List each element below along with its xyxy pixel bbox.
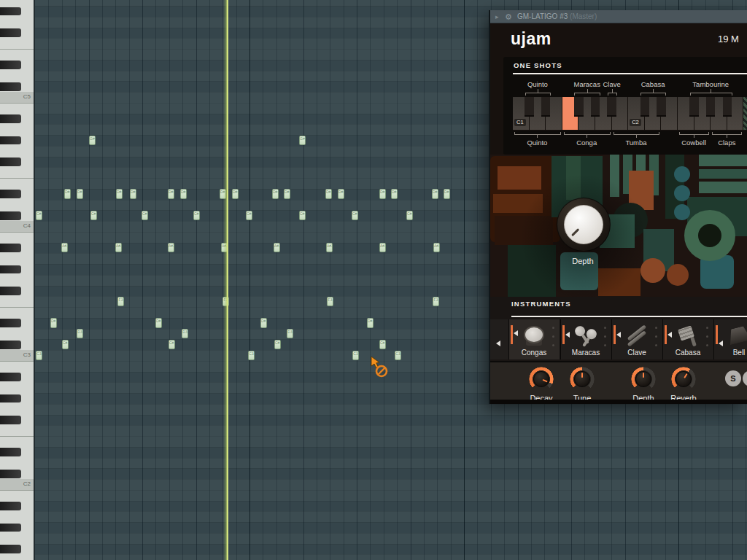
midi-note[interactable]: A#3 bbox=[168, 243, 174, 252]
knob-reverb[interactable] bbox=[671, 367, 696, 392]
instrument-tile-partial[interactable] bbox=[490, 319, 508, 359]
piano-key-black[interactable] bbox=[0, 319, 21, 327]
instrument-tile-cabasa[interactable]: Cabasa bbox=[662, 319, 713, 359]
oneshot-key-black[interactable] bbox=[591, 97, 600, 117]
piano-key-black[interactable] bbox=[0, 373, 21, 381]
midi-note[interactable]: F3 bbox=[327, 297, 333, 306]
midi-note[interactable]: A#3 bbox=[115, 243, 122, 252]
midi-note[interactable]: D#4 bbox=[444, 189, 450, 198]
midi-note[interactable]: C#4 bbox=[90, 211, 97, 220]
midi-note[interactable]: D3 bbox=[287, 329, 293, 338]
piano-key-black[interactable] bbox=[0, 61, 21, 69]
midi-note[interactable]: D#4 bbox=[338, 189, 344, 198]
midi-note[interactable]: C#3 bbox=[169, 340, 175, 349]
piano-key-black[interactable] bbox=[0, 82, 21, 91]
midi-note[interactable]: C3 bbox=[36, 351, 42, 360]
piano-key-black[interactable] bbox=[0, 244, 21, 252]
midi-note[interactable]: D3 bbox=[182, 329, 188, 338]
midi-note[interactable]: F3 bbox=[117, 297, 124, 306]
piano-key-black[interactable] bbox=[0, 7, 21, 16]
piano-key-black[interactable] bbox=[0, 265, 21, 274]
instrument-level-slider[interactable] bbox=[614, 325, 616, 344]
piano-key-black[interactable] bbox=[0, 470, 21, 478]
piano-key-c[interactable]: C4 bbox=[0, 221, 34, 232]
instrument-tile-congas[interactable]: Congas bbox=[508, 319, 560, 359]
piano-key-black[interactable] bbox=[0, 448, 21, 456]
midi-note[interactable]: D#3 bbox=[155, 318, 162, 327]
midi-note[interactable]: D#4 bbox=[379, 189, 386, 198]
instrument-tile-maracas[interactable]: Maracas bbox=[560, 319, 611, 359]
piano-key-black[interactable] bbox=[0, 211, 21, 220]
midi-note[interactable]: C#3 bbox=[379, 340, 386, 349]
piano-key-black[interactable] bbox=[0, 114, 21, 123]
midi-note[interactable]: D#4 bbox=[284, 189, 290, 198]
depth-knob[interactable] bbox=[564, 205, 603, 244]
midi-note[interactable]: D#3 bbox=[367, 318, 374, 327]
oneshot-key-black[interactable] bbox=[706, 97, 716, 117]
solo-button[interactable]: S bbox=[725, 370, 741, 386]
midi-note[interactable]: D#4 bbox=[391, 189, 398, 198]
midi-note[interactable]: C3 bbox=[395, 351, 401, 360]
oneshot-key-black[interactable] bbox=[723, 97, 732, 117]
instrument-level-slider[interactable] bbox=[716, 325, 718, 344]
mute-button[interactable]: M bbox=[743, 370, 747, 386]
instrument-level-slider[interactable] bbox=[511, 325, 513, 344]
midi-note[interactable]: G#4 bbox=[89, 136, 96, 145]
midi-note[interactable]: G#4 bbox=[299, 136, 306, 145]
piano-key-black[interactable] bbox=[0, 341, 21, 349]
midi-note[interactable]: D#4 bbox=[180, 189, 187, 198]
midi-note[interactable]: C#4 bbox=[193, 211, 200, 220]
piano-key-black[interactable] bbox=[0, 190, 21, 198]
oneshot-key-black[interactable] bbox=[574, 97, 584, 117]
midi-note[interactable]: F3 bbox=[433, 297, 439, 306]
oneshot-key-black[interactable] bbox=[689, 97, 699, 117]
knob-decay[interactable] bbox=[529, 367, 554, 392]
midi-note[interactable]: C#4 bbox=[406, 211, 413, 220]
piano-key-c[interactable]: C2 bbox=[0, 479, 34, 490]
piano-key-black[interactable] bbox=[0, 416, 21, 424]
piano-key-black[interactable] bbox=[0, 394, 21, 403]
plugin-titlebar[interactable]: ▸ ⚙ GM-LATIGO #3 (Master) bbox=[490, 10, 747, 23]
midi-note[interactable]: A#3 bbox=[326, 243, 333, 252]
gear-icon[interactable]: ⚙ bbox=[505, 10, 512, 23]
midi-note[interactable]: C#4 bbox=[352, 211, 358, 220]
midi-note[interactable]: C#4 bbox=[299, 211, 306, 220]
piano-key-black[interactable] bbox=[0, 28, 21, 37]
instrument-level-slider[interactable] bbox=[665, 325, 667, 344]
oneshot-key-black[interactable] bbox=[640, 97, 650, 117]
collapse-arrow-icon[interactable]: ▸ bbox=[495, 10, 499, 23]
instrument-tile-bell[interactable]: Bell bbox=[713, 319, 747, 359]
piano-key-black[interactable] bbox=[0, 136, 21, 145]
midi-note[interactable]: C#3 bbox=[62, 340, 69, 349]
midi-note[interactable]: D#4 bbox=[116, 189, 123, 198]
midi-note[interactable]: D#4 bbox=[272, 189, 279, 198]
piano-key-black[interactable] bbox=[0, 502, 21, 510]
piano-key-black[interactable] bbox=[0, 158, 21, 166]
midi-note[interactable]: A#3 bbox=[61, 243, 68, 252]
midi-note[interactable]: A#3 bbox=[274, 243, 280, 252]
playhead[interactable] bbox=[223, 0, 228, 560]
midi-note[interactable]: C#4 bbox=[36, 211, 42, 220]
instrument-level-slider[interactable] bbox=[562, 325, 565, 344]
midi-note[interactable]: C3 bbox=[248, 351, 255, 360]
midi-note[interactable]: D#3 bbox=[50, 318, 57, 327]
instrument-tile-clave[interactable]: Clave bbox=[611, 319, 662, 359]
piano-key-c[interactable]: C5 bbox=[0, 92, 34, 103]
midi-note[interactable]: A#3 bbox=[379, 243, 386, 252]
oneshot-key-black[interactable] bbox=[541, 97, 551, 117]
midi-note[interactable]: D#4 bbox=[232, 189, 239, 198]
midi-note[interactable]: A#3 bbox=[433, 243, 440, 252]
midi-note[interactable]: D#4 bbox=[64, 189, 71, 198]
midi-note[interactable]: D#4 bbox=[130, 189, 136, 198]
midi-note[interactable]: D#4 bbox=[168, 189, 174, 198]
piano-key-black[interactable] bbox=[0, 545, 21, 553]
piano-key-black[interactable] bbox=[0, 524, 21, 532]
midi-note[interactable]: D3 bbox=[77, 329, 83, 338]
midi-note[interactable]: C#4 bbox=[142, 211, 148, 220]
midi-note[interactable]: C#4 bbox=[246, 211, 252, 220]
midi-note[interactable]: C3 bbox=[352, 351, 359, 360]
knob-depth[interactable] bbox=[631, 367, 656, 392]
knob-tune[interactable] bbox=[570, 367, 595, 392]
midi-note[interactable]: C#3 bbox=[274, 340, 281, 349]
piano-key-black[interactable] bbox=[0, 287, 21, 295]
